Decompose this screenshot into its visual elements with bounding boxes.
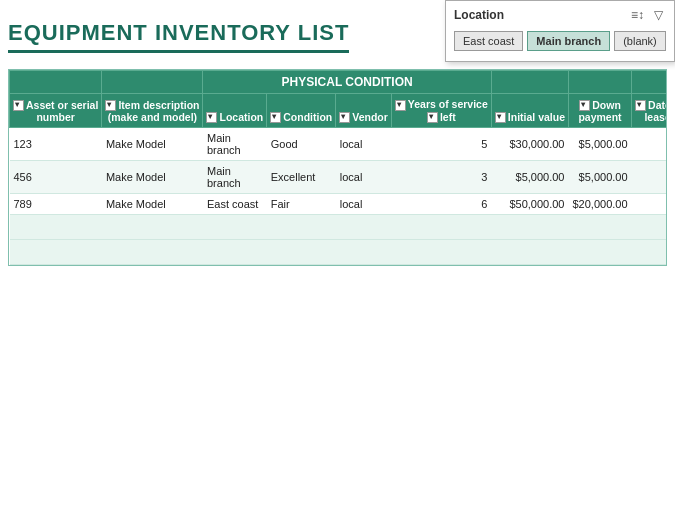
cell-vendor: local: [336, 194, 392, 215]
cell-years: [391, 128, 427, 161]
empty-cell: [10, 215, 668, 240]
table-body: 123 Make Model Main branch Good local 5 …: [10, 128, 668, 265]
asset-filter-checkbox[interactable]: [13, 100, 24, 111]
cell-item: Make Model: [102, 128, 203, 161]
table-row: 123 Make Model Main branch Good local 5 …: [10, 128, 668, 161]
condition-filter-checkbox[interactable]: [270, 112, 281, 123]
cell-vendor: local: [336, 128, 392, 161]
filter-popup: Location ≡↕ ▽ East coast Main branch (bl…: [445, 0, 675, 62]
cell-location: Main branch: [203, 161, 267, 194]
col-down-header: Downpayment: [568, 94, 631, 128]
cell-initial: $30,000.00: [491, 128, 568, 161]
cell-years: [391, 161, 427, 194]
cell-asset: 123: [10, 128, 102, 161]
table-container: PHYSICAL CONDITION Asset or serialnumber…: [8, 69, 667, 266]
empty-col-1: [10, 71, 102, 94]
date-filter-checkbox[interactable]: [635, 100, 646, 111]
cell-down: $5,000.00: [568, 161, 631, 194]
cell-item: Make Model: [102, 194, 203, 215]
item-filter-checkbox[interactable]: [105, 100, 116, 111]
cell-condition: Good: [267, 128, 336, 161]
cell-asset: 456: [10, 161, 102, 194]
header-group-row: PHYSICAL CONDITION: [10, 71, 668, 94]
inventory-table: PHYSICAL CONDITION Asset or serialnumber…: [9, 70, 667, 265]
column-header-row: Asset or serialnumber Item description(m…: [10, 94, 668, 128]
initial-filter-checkbox[interactable]: [495, 112, 506, 123]
filter-popup-icons: ≡↕ ▽: [628, 7, 666, 23]
cell-down: $20,000.00: [568, 194, 631, 215]
filter-clear-icon[interactable]: ▽: [651, 7, 666, 23]
col-asset-header: Asset or serialnumber: [10, 94, 102, 128]
cell-left: 3: [427, 161, 491, 194]
cell-date: [632, 161, 667, 194]
physical-condition-label: PHYSICAL CONDITION: [203, 71, 491, 94]
cell-item: Make Model: [102, 161, 203, 194]
cell-condition: Fair: [267, 194, 336, 215]
col-condition-header: Condition: [267, 94, 336, 128]
cell-condition: Excellent: [267, 161, 336, 194]
filter-option-east-coast[interactable]: East coast: [454, 31, 523, 51]
filter-option-blank[interactable]: (blank): [614, 31, 666, 51]
filter-popup-title: Location: [454, 8, 504, 22]
empty-col-5: [632, 71, 667, 94]
cell-asset: 789: [10, 194, 102, 215]
cell-initial: $50,000.00: [491, 194, 568, 215]
cell-date: [632, 128, 667, 161]
empty-col-2: [102, 71, 203, 94]
cell-down: $5,000.00: [568, 128, 631, 161]
down-filter-checkbox[interactable]: [579, 100, 590, 111]
table-row: 456 Make Model Main branch Excellent loc…: [10, 161, 668, 194]
cell-location: East coast: [203, 194, 267, 215]
cell-left: 5: [427, 128, 491, 161]
filter-option-main-branch[interactable]: Main branch: [527, 31, 610, 51]
col-item-header: Item description(make and model): [102, 94, 203, 128]
cell-initial: $5,000.00: [491, 161, 568, 194]
col-years-header: Years of serviceleft: [391, 94, 491, 128]
cell-years: [391, 194, 427, 215]
table-row: 789 Make Model East coast Fair local 6 $…: [10, 194, 668, 215]
empty-row-bottom: [10, 215, 668, 240]
empty-col-4: [568, 71, 631, 94]
col-vendor-header: Vendor: [336, 94, 392, 128]
years-filter-checkbox[interactable]: [395, 100, 406, 111]
col-date-header: Date puleased: [632, 94, 667, 128]
location-filter-checkbox[interactable]: [206, 112, 217, 123]
cell-vendor: local: [336, 161, 392, 194]
cell-left: 6: [427, 194, 491, 215]
sort-icon[interactable]: ≡↕: [628, 7, 647, 23]
empty-cell: [10, 240, 668, 265]
col-location-header: Location: [203, 94, 267, 128]
empty-row-bottom: [10, 240, 668, 265]
left-filter-checkbox[interactable]: [427, 112, 438, 123]
filter-popup-header: Location ≡↕ ▽: [454, 7, 666, 23]
cell-location: Main branch: [203, 128, 267, 161]
vendor-filter-checkbox[interactable]: [339, 112, 350, 123]
cell-date: [632, 194, 667, 215]
page-title: EQUIPMENT INVENTORY LIST: [8, 20, 349, 53]
empty-col-3: [491, 71, 568, 94]
filter-options: East coast Main branch (blank): [454, 31, 666, 51]
col-initial-header: Initial value: [491, 94, 568, 128]
